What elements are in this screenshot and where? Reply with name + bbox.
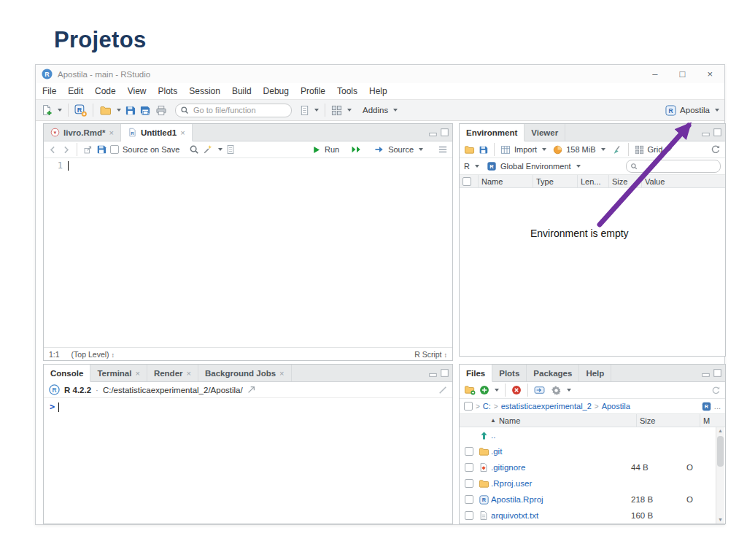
source-on-save-checkbox[interactable]	[110, 145, 119, 154]
file-row-gitignore[interactable]: .gitignore 44 B O	[460, 459, 725, 475]
run-icon[interactable]	[311, 145, 321, 155]
file-row-rproj-user[interactable]: .Rproj.user	[460, 475, 725, 491]
minimize-pane-icon[interactable]	[428, 128, 438, 137]
tab-files[interactable]: Files	[460, 365, 492, 382]
compile-notebook-icon[interactable]	[226, 144, 235, 155]
find-replace-icon[interactable]	[189, 144, 199, 155]
tab-untitled1[interactable]: R Untitled1 ×	[121, 124, 193, 141]
file-checkbox[interactable]	[465, 479, 473, 488]
tab-viewer[interactable]: Viewer	[525, 124, 565, 141]
new-project-icon[interactable]: R	[74, 104, 87, 117]
tab-livro-rmd[interactable]: ▾ livro.Rmd* ×	[44, 124, 121, 141]
menu-view[interactable]: View	[128, 86, 147, 96]
maximize-pane-icon[interactable]	[713, 368, 722, 378]
project-menu-button[interactable]: Apostila	[680, 106, 710, 114]
open-file-icon[interactable]	[99, 105, 112, 116]
language-caret[interactable]	[475, 165, 479, 168]
popout-icon[interactable]	[83, 145, 93, 155]
menu-session[interactable]: Session	[189, 86, 220, 96]
files-scrollbar[interactable]: ▲ ▼	[716, 427, 724, 524]
document-outline-icon[interactable]	[438, 145, 448, 154]
breadcrumb-project[interactable]: Apostila	[602, 402, 630, 411]
select-all-files-checkbox[interactable]	[464, 402, 473, 411]
files-column-name[interactable]: ▲ Name	[487, 414, 637, 427]
language-selector[interactable]: R	[464, 162, 470, 171]
scope-selector[interactable]: (Top Level)↕	[71, 350, 115, 359]
project-menu-caret[interactable]	[715, 109, 719, 112]
goto-directory-icon[interactable]	[247, 386, 255, 394]
more-options-gear-icon[interactable]	[551, 385, 562, 396]
menu-help[interactable]: Help	[369, 86, 387, 96]
save-workspace-icon[interactable]	[479, 145, 488, 155]
file-checkbox[interactable]	[465, 447, 473, 456]
maximize-pane-icon[interactable]	[440, 368, 449, 378]
column-size[interactable]: Size	[609, 175, 642, 187]
new-file-blank-icon[interactable]	[479, 385, 489, 395]
load-workspace-icon[interactable]	[464, 145, 475, 155]
tab-plots[interactable]: Plots	[492, 365, 527, 381]
file-row-parent[interactable]: ..	[460, 427, 725, 443]
file-checkbox[interactable]	[465, 495, 473, 504]
environment-scope-selector[interactable]: Global Environment	[500, 162, 571, 171]
minimize-pane-icon[interactable]	[428, 368, 438, 378]
addins-button[interactable]: Addins	[363, 106, 388, 114]
back-icon[interactable]	[48, 145, 58, 155]
file-type-selector[interactable]: R Script↕	[414, 350, 447, 359]
close-tab-icon[interactable]: ×	[279, 369, 284, 378]
code-tools-caret[interactable]	[218, 148, 222, 151]
new-file-caret[interactable]	[58, 109, 62, 112]
column-length[interactable]: Len...	[578, 175, 609, 187]
maximize-button[interactable]: □	[680, 69, 686, 79]
view-mode-label[interactable]: Grid	[648, 145, 663, 154]
addins-caret[interactable]	[393, 109, 398, 112]
tab-terminal[interactable]: Terminal×	[90, 365, 147, 381]
import-button[interactable]: Import	[514, 145, 537, 154]
column-value[interactable]: Value	[642, 175, 725, 187]
code-editor[interactable]: 1	[44, 158, 452, 347]
new-file-icon[interactable]	[41, 104, 53, 116]
tab-help[interactable]: Help	[579, 365, 611, 381]
maximize-pane-icon[interactable]	[713, 128, 722, 137]
environment-scope-caret[interactable]	[576, 165, 581, 168]
compile-report-icon[interactable]	[300, 105, 309, 116]
save-all-icon[interactable]	[139, 105, 152, 116]
import-dataset-icon[interactable]	[500, 145, 511, 155]
scroll-up-icon[interactable]: ▲	[718, 427, 723, 435]
close-tab-icon[interactable]: ×	[187, 369, 191, 378]
close-button[interactable]: ×	[707, 69, 713, 79]
rerun-icon[interactable]	[351, 145, 363, 154]
source-run-icon[interactable]	[374, 145, 384, 154]
memory-usage-caret[interactable]	[601, 148, 605, 151]
file-checkbox[interactable]	[465, 511, 473, 520]
minimize-pane-icon[interactable]	[701, 368, 711, 378]
goto-file-box[interactable]	[175, 104, 292, 117]
save-file-icon[interactable]	[96, 144, 107, 155]
code-tools-icon[interactable]	[203, 144, 213, 155]
column-name[interactable]: Name	[479, 175, 533, 187]
breadcrumb-drive[interactable]: C:	[483, 402, 491, 411]
tab-background-jobs[interactable]: Background Jobs×	[198, 365, 292, 381]
run-button[interactable]: Run	[325, 145, 339, 154]
recent-files-caret[interactable]	[117, 109, 121, 112]
file-checkbox[interactable]	[465, 463, 473, 472]
grid-view-icon[interactable]	[635, 145, 644, 155]
files-column-size[interactable]: Size	[637, 414, 700, 427]
view-mode-caret[interactable]	[667, 148, 672, 151]
menu-tools[interactable]: Tools	[337, 86, 357, 96]
project-home-icon[interactable]: R	[702, 402, 711, 411]
files-column-modified[interactable]: M	[700, 414, 725, 427]
menu-build[interactable]: Build	[232, 86, 252, 96]
scrollbar-thumb[interactable]	[717, 436, 724, 467]
breadcrumb-folder[interactable]: estatisticaexperimental_2	[501, 402, 592, 411]
file-row-apostila-rproj[interactable]: R Apostila.Rproj 218 B O	[460, 491, 725, 508]
menu-code[interactable]: Code	[95, 86, 116, 96]
refresh-files-icon[interactable]	[711, 386, 721, 395]
goto-file-input[interactable]	[192, 105, 287, 115]
menu-profile[interactable]: Profile	[301, 86, 325, 96]
tab-console[interactable]: Console	[44, 365, 90, 382]
more-options-caret[interactable]	[567, 389, 571, 392]
panes-layout-icon[interactable]	[331, 105, 342, 116]
memory-usage-label[interactable]: 158 MiB	[566, 145, 595, 154]
console-options-icon[interactable]	[438, 386, 447, 394]
source-button[interactable]: Source	[388, 145, 414, 154]
